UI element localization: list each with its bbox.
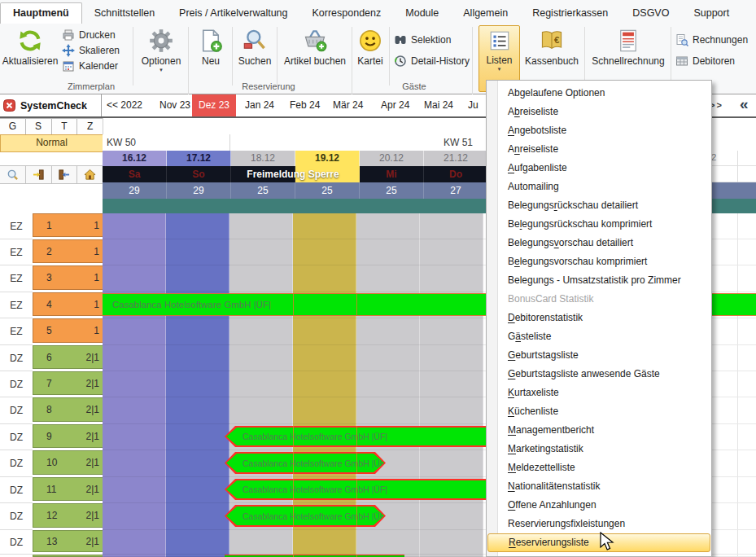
date-cell[interactable]: 18.12 <box>231 151 295 166</box>
kartei-button[interactable]: Kartei <box>353 25 387 90</box>
category-normal[interactable]: Normal <box>0 134 103 152</box>
reservation-bar[interactable]: Casablanca Hotelsoftware GmbH |ÜF|2 <box>225 505 386 527</box>
date-cell[interactable]: 19.12 <box>295 151 360 166</box>
nav-month[interactable]: Apr 24 <box>381 99 409 111</box>
grid-cell[interactable] <box>293 530 356 555</box>
grid-cell[interactable] <box>166 318 229 345</box>
grid-cell[interactable] <box>229 530 293 555</box>
column-s[interactable]: S <box>26 119 52 135</box>
grid-cell[interactable] <box>420 345 483 371</box>
tab-hauptmen-[interactable]: Hauptmenü <box>0 2 82 24</box>
menu-item[interactable]: Offene Anzahlungen <box>487 496 711 515</box>
room-number-cell[interactable]: 21 <box>33 239 103 263</box>
nav-month[interactable]: Feb 24 <box>290 99 320 111</box>
tab-korrespondenz[interactable]: Korrespondenz <box>300 3 394 24</box>
menu-item[interactable]: Anreiseliste <box>487 140 711 159</box>
room-number-cell[interactable]: 62|1 <box>33 345 103 369</box>
suchen-button[interactable]: Suchen <box>234 25 275 90</box>
grid-cell[interactable] <box>166 213 229 239</box>
grid-cell[interactable] <box>103 265 166 292</box>
nav-month-active[interactable]: Dez 23 <box>192 94 236 116</box>
menu-item[interactable]: Automailing <box>487 178 711 196</box>
menu-item[interactable]: Debitorenstatistik <box>487 309 711 327</box>
menu-item[interactable]: Saldenliste <box>487 552 711 557</box>
grid-cell[interactable] <box>229 239 293 265</box>
menu-item[interactable]: Gästeliste <box>487 327 711 346</box>
grid-cell[interactable] <box>103 530 166 555</box>
menu-item[interactable]: Geburtstagsliste anwesende Gäste <box>487 365 711 384</box>
zoom-button[interactable] <box>0 166 26 183</box>
grid-cell[interactable] <box>293 213 356 239</box>
menu-item[interactable]: Angebotsliste <box>487 121 711 140</box>
grid-cell[interactable] <box>166 239 229 265</box>
grid-cell[interactable] <box>356 371 420 397</box>
menu-item[interactable]: BonusCard Statistik <box>487 290 711 309</box>
optionen-button[interactable]: Optionen ▼ <box>135 25 187 90</box>
reservation-bar[interactable]: Casablanca Hotelsoftware GmbH |ÜF|2 <box>225 452 386 474</box>
menu-item[interactable]: Belegungsvorschau detailiert <box>487 234 711 252</box>
nav-month[interactable]: Mär 24 <box>333 99 363 111</box>
menu-item[interactable]: Kurtaxeliste <box>487 384 711 402</box>
grid-cell[interactable] <box>420 371 483 397</box>
tab-registrierkassen[interactable]: Registrierkassen <box>520 3 620 24</box>
column-z[interactable]: Z <box>77 119 103 135</box>
grid-cell[interactable] <box>103 424 166 450</box>
grid-cell[interactable] <box>103 345 166 371</box>
grid-cell[interactable] <box>293 371 356 397</box>
collapse-chevron-icon[interactable]: « <box>740 95 749 113</box>
grid-cell[interactable] <box>103 318 166 345</box>
selektion-button[interactable]: Selektion <box>394 32 451 47</box>
grid-cell[interactable] <box>356 318 420 345</box>
grid-cell[interactable] <box>293 345 356 371</box>
room-number-cell[interactable]: 51 <box>33 318 103 343</box>
grid-cell[interactable] <box>103 371 166 397</box>
room-number-cell[interactable]: 72|1 <box>33 371 103 395</box>
grid-cell[interactable] <box>166 424 229 450</box>
grid-cell[interactable] <box>229 318 293 345</box>
menu-item[interactable]: Managementbericht <box>487 421 711 440</box>
grid-cell[interactable] <box>229 345 293 371</box>
menu-item[interactable]: Abreiseliste <box>487 103 711 121</box>
menu-item[interactable]: Belegungs - Umsatzstatistik pro Zimmer <box>487 271 711 290</box>
menu-item[interactable]: Küchenliste <box>487 402 711 421</box>
nav-month[interactable]: Nov 23 <box>160 99 190 111</box>
drucken-button[interactable]: Drucken <box>62 27 116 42</box>
menu-item[interactable]: Geburtstagsliste <box>487 346 711 365</box>
menu-item[interactable]: Belegungsrückschau detailiert <box>487 196 711 215</box>
grid-cell[interactable] <box>103 397 166 424</box>
date-cell[interactable]: 21.12 <box>424 151 488 166</box>
grid-cell[interactable] <box>166 265 229 292</box>
grid-cell[interactable] <box>103 477 166 503</box>
skalieren-button[interactable]: Skalieren <box>62 42 120 58</box>
grid-cell[interactable] <box>420 397 483 424</box>
grid-cell[interactable] <box>166 345 229 371</box>
menu-item[interactable]: Reservierungsliste <box>487 533 710 552</box>
room-number-cell[interactable]: 31 <box>33 265 103 290</box>
grid-cell[interactable] <box>356 397 420 424</box>
menu-item[interactable]: Belegungsrückschau komprimiert <box>487 215 711 234</box>
date-cell[interactable]: 16.12 <box>103 151 167 166</box>
nav-prev-year[interactable]: << 2022 <box>107 99 142 111</box>
room-number-cell[interactable]: 92|1 <box>33 424 103 448</box>
grid-cell[interactable] <box>293 318 356 345</box>
checkin-button[interactable] <box>26 166 52 183</box>
tab-module[interactable]: Module <box>393 3 451 24</box>
grid-cell[interactable] <box>166 530 229 555</box>
grid-cell[interactable] <box>166 477 229 503</box>
menu-item[interactable]: Marketingstatistik <box>487 440 711 458</box>
aktualisieren-button[interactable]: Aktualisieren <box>2 25 59 90</box>
grid-cell[interactable] <box>103 450 166 477</box>
system-check[interactable]: SystemCheck <box>0 94 102 116</box>
tab-schnittstellen[interactable]: Schnittstellen <box>82 3 167 24</box>
grid-cell[interactable] <box>293 239 356 265</box>
grid-cell[interactable] <box>420 530 483 555</box>
date-cell[interactable]: 17.12 <box>167 151 231 166</box>
grid-cell[interactable] <box>293 397 356 424</box>
grid-cell[interactable] <box>103 503 166 530</box>
rechnungen-button[interactable]: Rechnungen <box>675 32 748 47</box>
room-number-cell[interactable]: 112|1 <box>33 477 103 501</box>
room-number-cell[interactable]: 122|1 <box>33 503 103 528</box>
menu-item[interactable]: Aufgabenliste <box>487 159 711 178</box>
tab-dsgvo[interactable]: DSGVO <box>620 3 681 24</box>
grid-cell[interactable] <box>229 213 293 239</box>
